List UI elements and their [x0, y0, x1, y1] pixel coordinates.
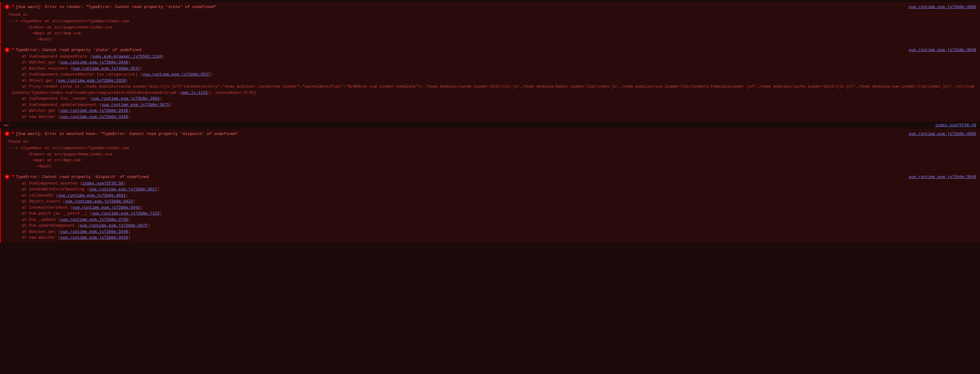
stack-link-4-3[interactable]: vue.runtime.esm.js?2b0e:4423 — [65, 199, 133, 204]
expand-triangle-1[interactable] — [11, 5, 14, 8]
found-in-1: found in — [1, 11, 980, 19]
stack-link-2-5[interactable]: app.js:1142 — [181, 90, 208, 95]
found-in-3: found in — [1, 138, 980, 146]
error-icon-1: ✕ — [5, 4, 10, 9]
stack-frame-2-3: at VueComponent.computedGetter [as categ… — [1, 71, 980, 78]
stack-frame-2-0: at VueComponent.mappedState (vuex.esm-br… — [1, 54, 980, 60]
error-source-link-3[interactable]: vue.runtime.esm.js?2b0e:4605 — [902, 131, 976, 137]
stack-link-4-4[interactable]: vue.runtime.esm.js?2b0e:6942 — [73, 205, 140, 210]
error-source-link-1[interactable]: vue.runtime.esm.js?2b0e:4605 — [902, 4, 976, 10]
error-icon-3: ✕ — [5, 131, 10, 136]
ew-source-link[interactable]: index.vue?5f36:49 — [929, 123, 976, 128]
error-header-1: ✕ [Vue warn]: Error in render: "TypeErro… — [1, 4, 980, 11]
error-header-3: ✕ [Vue warn]: Error in mounted hook: "Ty… — [1, 131, 980, 138]
error-block-3: ✕ [Vue warn]: Error in mounted hook: "Ty… — [0, 129, 980, 171]
stack-frame-4-5: at Vue.patch [as __patch__] (vue.runtime… — [1, 211, 980, 217]
error-block-1: ✕ [Vue warn]: Error in render: "TypeErro… — [0, 2, 980, 44]
stack-link-2-2[interactable]: vue.runtime.esm.js?2b0e:3547 — [73, 66, 140, 71]
expand-triangle-3[interactable] — [11, 132, 14, 135]
error-header-4: ✕ TypeError: Cannot read property 'dispa… — [1, 174, 980, 181]
stack-frame-4-8: at Watcher.get (vue.runtime.esm.js?2b0e:… — [1, 229, 980, 235]
error-header-2: ✕ TypeError: Cannot read property 'state… — [1, 47, 980, 54]
stack-frame-4-2: at callHook$1 (vue.runtime.esm.js?2b0e:4… — [1, 193, 980, 199]
stack-link-2-6[interactable]: vue.runtime.esm.js?2b0e:2684 — [92, 96, 159, 101]
stack-frame-2-1: at Watcher.get (vue.runtime.esm.js?2b0e:… — [1, 59, 980, 66]
expand-triangle-4[interactable] — [11, 175, 14, 177]
error-message-1: [Vue warn]: Error in render: "TypeError:… — [16, 4, 902, 10]
stack-frame-4-1: at invokeWithErrorHandling (vue.runtime.… — [1, 186, 980, 193]
stack-frame-2-2: at Watcher.evaluate (vue.runtime.esm.js?… — [1, 66, 980, 72]
stack-link-2-8[interactable]: vue.runtime.esm.js?2b0e:3446 — [60, 108, 128, 113]
error-source-link-2[interactable]: vue.runtime.esm.js?2b0e:3049 — [902, 47, 976, 53]
stack-frame-2-7: at VueComponent.updateComponent (vue.run… — [1, 102, 980, 108]
stack-frame-4-0: at VueComponent.mounted (index.vue?5f36:… — [1, 181, 980, 187]
error-icon-4: ✕ — [5, 174, 10, 179]
console-container: ✕ [Vue warn]: Error in render: "TypeErro… — [0, 0, 980, 374]
stack-frame-4-9: at new Watcher (vue.runtime.esm.js?2b0e:… — [1, 235, 980, 241]
error-message-4: TypeError: Cannot read property 'dispatc… — [16, 174, 902, 180]
stack-link-4-7[interactable]: vue.runtime.esm.js?2b0e:3875 — [80, 223, 147, 228]
stack-frame-2-6: at VueComponent.Vue._render (vue.runtime… — [1, 96, 980, 102]
component-tree-1: ---> <TypeNav> at src/components/TypeNav… — [1, 18, 980, 43]
error-message-2: TypeError: Cannot read property 'state' … — [16, 47, 902, 53]
stack-link-4-1[interactable]: vue.runtime.esm.js?2b0e:3017 — [89, 187, 157, 192]
ew-text: ew — [4, 123, 9, 128]
error-message-3: [Vue warn]: Error in mounted hook: "Type… — [16, 131, 902, 137]
stack-frame-4-6: at Vue._update (vue.runtime.esm.js?2b0e:… — [1, 217, 980, 223]
stack-frame-2-4: at Object.get (vue.runtime.esm.js?2b0e:5… — [1, 78, 980, 84]
stack-link-2-0[interactable]: vuex.esm-browser.js?5502:1184 — [92, 54, 162, 59]
stack-frame-4-4: at invokeInsertHook (vue.runtime.esm.js?… — [1, 204, 980, 211]
component-tree-3: ---> <TypeNav> at src/components/TypeNav… — [1, 145, 980, 170]
stack-frame-2-5: at Proxy.render (eval at ./node_modules/… — [1, 84, 980, 96]
stack-link-4-5[interactable]: vue.runtime.esm.js?2b0e:7153 — [92, 211, 159, 216]
expand-triangle-2[interactable] — [11, 48, 14, 51]
stack-frame-2-9: at new Watcher (vue.runtime.esm.js?2b0e:… — [1, 114, 980, 120]
stack-link-2-1[interactable]: vue.runtime.esm.js?2b0e:3446 — [60, 60, 128, 65]
stack-link-2-4[interactable]: vue.runtime.esm.js?2b0e:5329 — [58, 78, 126, 83]
stack-frame-4-7: at Vue.updateComponent (vue.runtime.esm.… — [1, 223, 980, 229]
stack-link-4-2[interactable]: vue.runtime.esm.js?2b0e:4031 — [58, 193, 126, 198]
error-block-4: ✕ TypeError: Cannot read property 'dispa… — [0, 172, 980, 243]
stack-link-2-3[interactable]: vue.runtime.esm.js?2b0e:5537 — [143, 72, 210, 77]
stack-link-4-8[interactable]: vue.runtime.esm.js?2b0e:3446 — [60, 230, 128, 234]
stack-link-2-7[interactable]: vue.runtime.esm.js?2b0e:3875 — [102, 103, 169, 107]
stack-link-4-9[interactable]: vue.runtime.esm.js?2b0e:3436 — [60, 235, 128, 240]
error-block-2: ✕ TypeError: Cannot read property 'state… — [0, 45, 980, 122]
error-icon-2: ✕ — [5, 48, 10, 52]
stack-frame-4-3: at Object.insert (vue.runtime.esm.js?2b0… — [1, 198, 980, 204]
ew-line: ew index.vue?5f36:49 — [0, 122, 980, 128]
error-source-link-4[interactable]: vue.runtime.esm.js?2b0e:3049 — [902, 174, 976, 180]
stack-link-2-9[interactable]: vue.runtime.esm.js?2b0e:3436 — [60, 114, 128, 119]
stack-frame-2-8: at Watcher.get (vue.runtime.esm.js?2b0e:… — [1, 108, 980, 114]
stack-link-4-6[interactable]: vue.runtime.esm.js?2b0e:3765 — [60, 217, 128, 222]
stack-link-4-0[interactable]: index.vue?5f36:50 — [82, 181, 123, 186]
